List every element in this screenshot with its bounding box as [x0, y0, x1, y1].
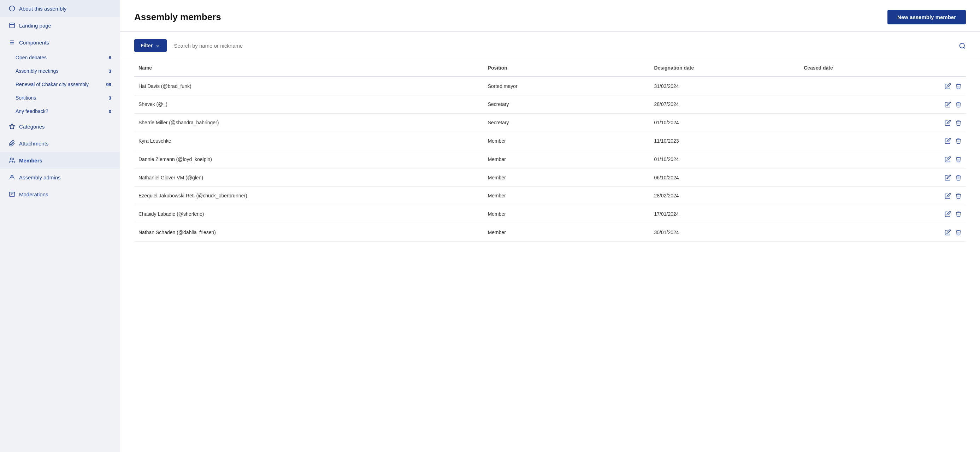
cell-name: Hai Davis (@brad_funk)	[134, 77, 484, 95]
cell-actions	[916, 205, 966, 223]
sidebar-subitem-sortitions[interactable]: Sortitions 3	[0, 91, 120, 105]
table-row: Nathaniel Glover VM (@glen)Member06/10/2…	[134, 168, 966, 187]
page-title: Assembly members	[134, 12, 221, 22]
main-header: Assembly members New assembly member	[120, 0, 980, 32]
search-input[interactable]	[172, 40, 966, 52]
filter-bar: Filter	[120, 32, 980, 59]
cell-position: Member	[484, 132, 650, 150]
info-icon	[8, 5, 16, 12]
cell-position: Member	[484, 223, 650, 241]
chevron-down-icon	[156, 43, 161, 48]
delete-icon[interactable]	[955, 192, 962, 199]
sidebar-item-landing[interactable]: Landing page	[0, 17, 120, 34]
sidebar-subitem-assembly-meetings[interactable]: Assembly meetings 3	[0, 64, 120, 78]
cell-designation-date: 28/07/2024	[650, 95, 799, 114]
table-row: Hai Davis (@brad_funk)Sorted mayor31/03/…	[134, 77, 966, 95]
svg-line-13	[964, 47, 965, 49]
edit-icon[interactable]	[945, 138, 951, 144]
sidebar-subitem-any-feedback[interactable]: Any feedback? 0	[0, 105, 120, 118]
cell-designation-date: 30/01/2024	[650, 223, 799, 241]
delete-icon[interactable]	[955, 119, 962, 126]
sidebar-item-about-label: About this assembly	[19, 6, 111, 12]
delete-icon[interactable]	[955, 156, 962, 162]
edit-icon[interactable]	[945, 174, 951, 181]
sidebar-subitem-assembly-meetings-label: Assembly meetings	[16, 68, 105, 74]
cell-name: Kyra Leuschke	[134, 132, 484, 150]
cell-designation-date: 17/01/2024	[650, 205, 799, 223]
edit-icon[interactable]	[945, 229, 951, 236]
sidebar-item-attachments-label: Attachments	[19, 141, 111, 146]
edit-icon[interactable]	[945, 211, 951, 217]
cell-actions	[916, 113, 966, 132]
cell-position: Secretary	[484, 113, 650, 132]
sidebar-item-moderations[interactable]: Moderations	[0, 186, 120, 203]
sidebar-subitem-open-debates[interactable]: Open debates 6	[0, 51, 120, 64]
col-header-position: Position	[484, 59, 650, 77]
attachments-icon	[8, 140, 16, 147]
cell-actions	[916, 132, 966, 150]
table-row: Nathan Schaden (@dahlia_friesen)Member30…	[134, 223, 966, 241]
sidebar-item-assembly-admins[interactable]: Assembly admins	[0, 169, 120, 186]
delete-icon[interactable]	[955, 211, 962, 217]
cell-name: Dannie Ziemann (@loyd_koelpin)	[134, 150, 484, 168]
cell-name: Nathaniel Glover VM (@glen)	[134, 168, 484, 187]
cell-ceased-date	[799, 113, 916, 132]
cell-name: Chasidy Labadie (@sherlene)	[134, 205, 484, 223]
col-header-name: Name	[134, 59, 484, 77]
svg-marker-8	[10, 124, 15, 129]
cell-ceased-date	[799, 186, 916, 205]
sidebar-subitem-open-debates-badge: 6	[109, 55, 111, 60]
sidebar-item-categories[interactable]: Categories	[0, 118, 120, 135]
sidebar-item-members[interactable]: Members	[0, 152, 120, 169]
sidebar-item-components[interactable]: Components	[0, 34, 120, 51]
sidebar-item-attachments[interactable]: Attachments	[0, 135, 120, 152]
cell-position: Member	[484, 150, 650, 168]
sidebar-subitem-renewal[interactable]: Renewal of Chakar city assembly 99	[0, 78, 120, 91]
sidebar-subitem-sortitions-badge: 3	[109, 95, 111, 101]
svg-point-12	[960, 43, 964, 48]
cell-position: Secretary	[484, 95, 650, 114]
admins-icon	[8, 174, 16, 181]
search-icon[interactable]	[959, 42, 966, 49]
edit-icon[interactable]	[945, 82, 951, 89]
sidebar: About this assembly Landing page Compone…	[0, 0, 120, 452]
cell-designation-date: 01/10/2024	[650, 150, 799, 168]
categories-icon	[8, 123, 16, 130]
sidebar-item-categories-label: Categories	[19, 124, 111, 130]
sidebar-subitem-any-feedback-label: Any feedback?	[16, 108, 105, 114]
landing-icon	[8, 22, 16, 29]
cell-actions	[916, 223, 966, 241]
table-row: Shevek (@_)Secretary28/07/2024	[134, 95, 966, 114]
delete-icon[interactable]	[955, 229, 962, 236]
cell-designation-date: 11/10/2023	[650, 132, 799, 150]
table-row: Chasidy Labadie (@sherlene)Member17/01/2…	[134, 205, 966, 223]
main-content: Assembly members New assembly member Fil…	[120, 0, 980, 452]
sidebar-subitem-renewal-label: Renewal of Chakar city assembly	[16, 82, 103, 87]
new-assembly-member-button[interactable]: New assembly member	[888, 10, 966, 24]
edit-icon[interactable]	[945, 119, 951, 126]
svg-rect-3	[10, 23, 14, 28]
sidebar-item-about[interactable]: About this assembly	[0, 0, 120, 17]
delete-icon[interactable]	[955, 101, 962, 108]
cell-designation-date: 06/10/2024	[650, 168, 799, 187]
cell-designation-date: 28/02/2024	[650, 186, 799, 205]
members-icon	[8, 157, 16, 164]
cell-name: Ezequiel Jakubowski Ret. (@chuck_oberbru…	[134, 186, 484, 205]
edit-icon[interactable]	[945, 192, 951, 199]
members-table: Name Position Designation date Ceased da…	[134, 59, 966, 241]
cell-ceased-date	[799, 168, 916, 187]
cell-ceased-date	[799, 205, 916, 223]
cell-actions	[916, 168, 966, 187]
edit-icon[interactable]	[945, 156, 951, 162]
table-header: Name Position Designation date Ceased da…	[134, 59, 966, 77]
delete-icon[interactable]	[955, 174, 962, 181]
sidebar-subitem-open-debates-label: Open debates	[16, 55, 105, 60]
edit-icon[interactable]	[945, 101, 951, 108]
cell-actions	[916, 77, 966, 95]
delete-icon[interactable]	[955, 138, 962, 144]
cell-actions	[916, 186, 966, 205]
table-row: Sherrie Miller (@shandra_bahringer)Secre…	[134, 113, 966, 132]
delete-icon[interactable]	[955, 82, 962, 89]
sidebar-item-assembly-admins-label: Assembly admins	[19, 174, 111, 181]
filter-button[interactable]: Filter	[134, 39, 167, 52]
